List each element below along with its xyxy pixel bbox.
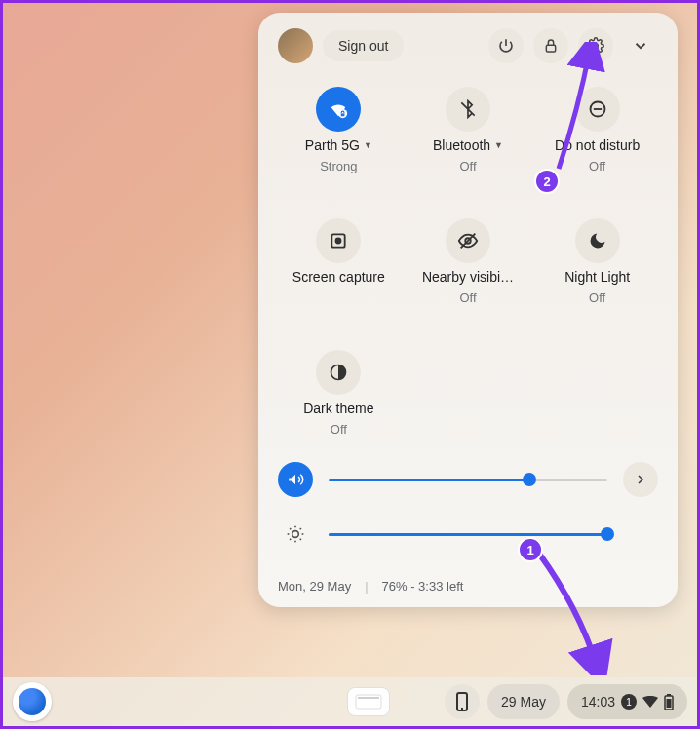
annotation-badge-1: 1	[518, 537, 543, 562]
brightness-slider[interactable]	[329, 533, 607, 536]
annotation-arrow-2	[549, 42, 607, 178]
bluetooth-label: Bluetooth▼	[433, 137, 503, 153]
svg-point-7	[336, 239, 341, 244]
bluetooth-tile[interactable]: Bluetooth▼ Off	[408, 81, 529, 179]
battery-status-icon	[664, 694, 674, 710]
chevron-down-icon	[632, 37, 649, 55]
footer-date: Mon, 29 May	[278, 579, 351, 594]
bluetooth-off-icon	[446, 87, 490, 132]
taskbar-time: 14:03	[581, 694, 615, 710]
launcher-icon	[19, 688, 46, 715]
svg-rect-23	[358, 697, 379, 699]
brightness-row	[278, 517, 658, 552]
taskbar: 29 May 14:03 1	[3, 677, 697, 726]
visibility-off-icon	[446, 218, 490, 263]
svg-point-11	[292, 531, 299, 538]
screen-capture-icon	[316, 218, 361, 263]
dark-status: Off	[331, 422, 347, 437]
wifi-status-icon	[642, 696, 658, 708]
collapse-button[interactable]	[623, 28, 658, 63]
night-light-icon	[575, 218, 620, 263]
volume-row	[278, 462, 658, 497]
nearby-tile[interactable]: Nearby visibi… Off	[408, 212, 529, 311]
taskbar-date-button[interactable]: 29 May	[487, 684, 560, 719]
phone-hub-button[interactable]	[445, 684, 480, 719]
user-avatar[interactable]	[278, 28, 313, 63]
annotation-arrow-1	[529, 549, 617, 675]
status-tray[interactable]: 14:03 1	[567, 684, 687, 719]
annotation-badge-2: 2	[534, 169, 560, 194]
sliders-section	[278, 462, 658, 552]
svg-line-15	[300, 539, 301, 540]
quick-settings-panel: Sign out Parth 5G▼ Strong Bluetooth▼	[258, 13, 678, 607]
capture-label: Screen capture	[292, 269, 385, 285]
svg-point-2	[338, 109, 347, 118]
footer-battery: 76% - 3:33 left	[382, 579, 464, 594]
dark-label: Dark theme	[303, 401, 373, 416]
bluetooth-status: Off	[459, 159, 476, 173]
taskbar-app[interactable]	[347, 687, 390, 716]
night-status: Off	[589, 290, 605, 305]
svg-line-14	[290, 528, 291, 529]
power-button[interactable]	[488, 28, 524, 63]
night-light-tile[interactable]: Night Light Off	[536, 212, 658, 311]
sign-out-button[interactable]: Sign out	[323, 30, 404, 61]
svg-rect-28	[667, 699, 672, 708]
night-label: Night Light	[564, 269, 630, 285]
app-thumbnail-icon	[355, 694, 382, 710]
phone-icon	[455, 692, 469, 711]
svg-line-18	[290, 539, 291, 540]
audio-settings-button[interactable]	[623, 462, 658, 497]
volume-slider[interactable]	[329, 479, 607, 481]
wifi-icon	[316, 87, 361, 132]
screen-capture-tile[interactable]: Screen capture	[278, 212, 400, 311]
wifi-status: Strong	[320, 159, 357, 173]
dark-theme-icon	[316, 350, 361, 395]
nearby-status: Off	[459, 290, 476, 305]
chevron-right-icon	[633, 472, 648, 487]
volume-icon[interactable]	[278, 462, 313, 497]
svg-line-19	[300, 528, 301, 529]
wifi-label: Parth 5G▼	[305, 137, 372, 153]
notification-badge: 1	[621, 694, 637, 710]
launcher-button[interactable]	[13, 682, 52, 721]
power-icon	[497, 37, 515, 55]
svg-rect-3	[341, 114, 345, 117]
nearby-label: Nearby visibi…	[422, 269, 514, 285]
wifi-tile[interactable]: Parth 5G▼ Strong	[278, 81, 400, 179]
dark-theme-tile[interactable]: Dark theme Off	[278, 344, 400, 442]
brightness-icon[interactable]	[278, 517, 313, 552]
